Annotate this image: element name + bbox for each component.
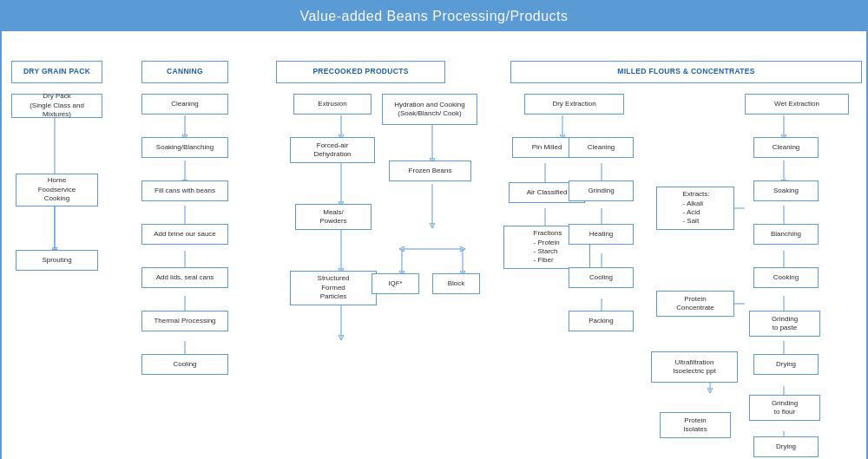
precooked-header: PRECOOKED PRODUCTS — [276, 61, 445, 83]
wet-blanching-node: Blanching — [753, 224, 819, 245]
canning-cooling: Cooling — [141, 354, 228, 375]
wet-soaking-node: Soaking — [753, 180, 819, 201]
canning-soaking: Soaking/Blanching — [141, 137, 228, 158]
diagram-container: DRY GRAIN PACK Dry Pack(Single Class and… — [7, 35, 865, 459]
dry-cooling-node: Cooling — [569, 267, 634, 288]
wet-extraction-node: Wet Extraction — [745, 94, 849, 115]
page-title: Value-added Beans Processing/Products — [299, 9, 568, 23]
frozen-beans-node: Frozen Beans — [389, 161, 471, 181]
ultrafilt-node: UltrafiltrationIsoelectric ppt — [651, 351, 738, 383]
grinding-flour-node: Grindingto flour — [749, 395, 820, 421]
canning-lids: Add lids, seal cans — [141, 267, 228, 288]
block-node: Block — [432, 273, 480, 294]
milled-header: MILLED FLOURS & CONCENTRATES — [510, 61, 862, 83]
dry-packing-node: Packing — [569, 311, 634, 331]
meals-powders-node: Meals/Powders — [295, 204, 372, 230]
canning-brine: Add brine our sauce — [141, 224, 228, 245]
dry-pack-node: Dry Pack(Single Class and Mixtures) — [11, 94, 102, 118]
dry-grain-header: DRY GRAIN PACK — [11, 61, 102, 83]
canning-cleaning: Cleaning — [141, 94, 228, 115]
iqf-node: IQF* — [372, 273, 419, 294]
dry-cleaning-node: Cleaning — [569, 137, 634, 158]
dry-heating-node: Heating — [569, 224, 634, 245]
wet-drying1-node: Drying — [753, 354, 819, 375]
forced-air-node: Forced-airDehydration — [290, 137, 375, 163]
canning-thermal: Thermal Processing — [141, 311, 228, 331]
dry-grinding-node: Grinding — [569, 180, 634, 201]
sprouting-node: Sprouting — [16, 250, 98, 271]
wet-cooking-node: Cooking — [753, 267, 819, 288]
protein-iso-node: ProteinIsolates — [660, 412, 731, 438]
canning-fill: Fill cans with beans — [141, 180, 228, 201]
extrusion-node: Extrusion — [293, 94, 372, 115]
extracts-node: Extracts:- Alkali- Acid- Salt — [656, 187, 734, 230]
home-foodservice-node: HomeFoodserviceCooking — [16, 174, 98, 207]
page: Value-added Beans Processing/Products — [0, 0, 868, 459]
grinding-paste-node: Grindingto paste — [749, 311, 820, 337]
dry-extraction-node: Dry Extraction — [524, 94, 624, 115]
canning-header: CANNING — [141, 61, 228, 83]
hydration-node: Hydration and Cooking(Soak/Blanch/ Cook) — [382, 94, 477, 125]
wet-cleaning-node: Cleaning — [753, 137, 819, 158]
structured-node: StructuredFormedParticles — [290, 271, 377, 305]
protein-conc-node: ProteinConcentrate — [656, 291, 734, 317]
wet-drying2-node: Drying — [753, 436, 819, 457]
header-bar: Value-added Beans Processing/Products — [2, 2, 866, 31]
